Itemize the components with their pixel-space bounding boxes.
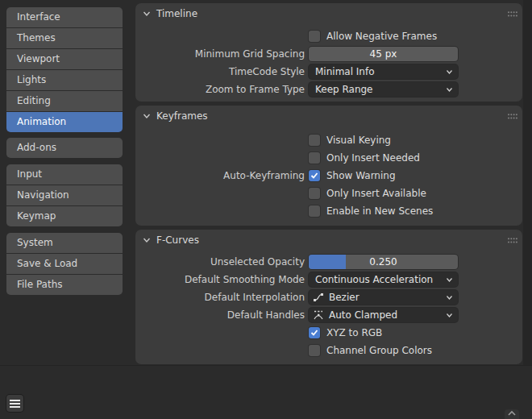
show-warning-checkbox[interactable] xyxy=(309,170,320,181)
timeline-panel-header[interactable]: Timeline xyxy=(135,3,522,24)
allow-negative-frames-row: Allow Negative Frames xyxy=(135,29,522,44)
sidebar-item-navigation[interactable]: Navigation xyxy=(6,185,123,205)
sidebar-group-addons: Add-ons xyxy=(6,138,123,158)
default-handles-row: Default Handles Auto Clamped xyxy=(135,308,522,322)
default-smoothing-mode-row: Default Smoothing Mode Continuous Accele… xyxy=(135,272,522,287)
sidebar-item-save-load[interactable]: Save & Load xyxy=(6,254,123,274)
sidebar-item-system[interactable]: System xyxy=(6,233,123,253)
allow-negative-frames-checkbox[interactable] xyxy=(309,31,320,42)
default-interpolation-row: Default Interpolation Bezier xyxy=(135,290,522,305)
visual-keying-row: Visual Keying xyxy=(135,133,522,147)
sidebar-item-themes[interactable]: Themes xyxy=(6,28,123,48)
chevron-down-icon xyxy=(142,235,152,245)
sidebar-group-main: Interface Themes Viewport Lights Editing… xyxy=(6,7,123,132)
sidebar-item-input[interactable]: Input xyxy=(6,164,123,185)
unselected-opacity-row: Unselected Opacity 0.250 xyxy=(135,255,522,269)
fcurves-panel-header[interactable]: F-Curves xyxy=(135,230,522,251)
enable-in-new-scenes-checkbox[interactable] xyxy=(309,205,320,217)
field-label: Unselected Opacity xyxy=(135,256,305,268)
sidebar-item-addons[interactable]: Add-ons xyxy=(6,138,123,158)
field-label: Default Handles xyxy=(135,309,305,321)
sidebar-item-lights[interactable]: Lights xyxy=(6,70,123,90)
chevron-down-icon xyxy=(446,276,453,284)
checkbox-label: Enable in New Scenes xyxy=(326,205,433,217)
default-handles-dropdown[interactable]: Auto Clamped xyxy=(309,308,458,322)
minimum-grid-spacing-field[interactable]: 45 px xyxy=(309,47,458,61)
preferences-menu-button[interactable] xyxy=(6,395,23,412)
field-label: Minimum Grid Spacing xyxy=(135,48,305,60)
keyframes-panel-header[interactable]: Keyframes xyxy=(135,106,522,127)
auto-keyframing-label: Auto-Keyframing xyxy=(135,170,305,181)
chevron-down-icon xyxy=(142,111,152,121)
drag-handle-icon[interactable] xyxy=(507,10,518,18)
sidebar-item-interface[interactable]: Interface xyxy=(6,7,123,27)
keyframes-panel: Keyframes Visual Keying Only Insert Need… xyxy=(135,106,522,226)
show-warning-row: Auto-Keyframing Show Warning xyxy=(135,168,522,183)
sidebar-group-input: Input Navigation Keymap xyxy=(6,164,123,226)
enable-in-new-scenes-row: Enable in New Scenes xyxy=(135,204,522,218)
chevron-up-icon xyxy=(507,409,517,417)
scroll-up-corner-button[interactable] xyxy=(505,409,519,419)
checkbox-label: Only Insert Available xyxy=(326,188,426,199)
field-label: TimeCode Style xyxy=(135,66,305,77)
chevron-down-icon xyxy=(446,312,453,319)
footer-divider xyxy=(0,365,532,366)
bezier-curve-icon xyxy=(313,292,324,303)
xyz-to-rgb-row: XYZ to RGB xyxy=(135,326,522,340)
xyz-to-rgb-checkbox[interactable] xyxy=(309,327,320,338)
fcurves-panel: F-Curves Unselected Opacity 0.250 Defaul… xyxy=(135,230,522,364)
channel-group-colors-row: Channel Group Colors xyxy=(135,343,522,358)
blender-preferences-window: { "sidebar": { "groups": [ { "items": [ … xyxy=(0,0,532,419)
checkbox-label: Allow Negative Frames xyxy=(326,31,437,42)
auto-clamped-handle-icon xyxy=(313,309,324,321)
scrollbar-gutter[interactable] xyxy=(523,0,532,365)
sidebar-item-file-paths[interactable]: File Paths xyxy=(6,275,123,295)
only-insert-available-row: Only Insert Available xyxy=(135,186,522,201)
checkbox-label: Visual Keying xyxy=(326,135,391,146)
checkbox-label: XYZ to RGB xyxy=(326,327,382,338)
timeline-panel: Timeline Allow Negative Frames Minimum G… xyxy=(135,3,522,102)
slider-value: 0.250 xyxy=(309,255,458,269)
chevron-down-icon xyxy=(446,294,453,301)
dropdown-value: Minimal Info xyxy=(315,66,375,77)
dropdown-value: Auto Clamped xyxy=(329,309,397,321)
sidebar-group-system: System Save & Load File Paths xyxy=(6,233,123,295)
default-interpolation-dropdown[interactable]: Bezier xyxy=(309,290,458,305)
checkbox-label: Show Warning xyxy=(326,170,396,181)
visual-keying-checkbox[interactable] xyxy=(309,135,320,146)
panel-title: Keyframes xyxy=(156,110,208,122)
dropdown-value: Continuous Acceleration xyxy=(315,274,433,285)
timecode-style-row: TimeCode Style Minimal Info xyxy=(135,64,522,79)
dropdown-value: Keep Range xyxy=(315,84,373,95)
channel-group-colors-checkbox[interactable] xyxy=(309,345,320,356)
panel-title: F-Curves xyxy=(156,234,199,246)
timecode-style-dropdown[interactable]: Minimal Info xyxy=(309,64,458,79)
unselected-opacity-slider[interactable]: 0.250 xyxy=(309,255,458,269)
field-label: Zoom to Frame Type xyxy=(135,84,305,95)
chevron-down-icon xyxy=(142,9,152,19)
sidebar-item-keymap[interactable]: Keymap xyxy=(6,206,123,226)
sidebar-item-animation[interactable]: Animation xyxy=(6,112,123,132)
only-insert-needed-row: Only Insert Needed xyxy=(135,151,522,165)
panel-title: Timeline xyxy=(156,8,197,19)
field-label: Default Smoothing Mode xyxy=(135,274,305,285)
drag-handle-icon[interactable] xyxy=(507,113,518,120)
drag-handle-icon[interactable] xyxy=(507,237,518,244)
checkbox-label: Only Insert Needed xyxy=(326,152,420,164)
chevron-down-icon xyxy=(446,86,453,93)
checkmark-icon xyxy=(310,172,318,180)
default-smoothing-mode-dropdown[interactable]: Continuous Acceleration xyxy=(309,272,458,287)
chevron-down-icon xyxy=(446,68,453,76)
field-label: Default Interpolation xyxy=(135,292,305,303)
hamburger-icon xyxy=(10,400,20,401)
dropdown-value: Bezier xyxy=(329,292,360,303)
minimum-grid-spacing-row: Minimum Grid Spacing 45 px xyxy=(135,47,522,61)
sidebar-item-viewport[interactable]: Viewport xyxy=(6,49,123,69)
checkmark-icon xyxy=(310,329,318,337)
only-insert-needed-checkbox[interactable] xyxy=(309,152,320,164)
zoom-to-frame-type-dropdown[interactable]: Keep Range xyxy=(309,82,458,97)
checkbox-label: Channel Group Colors xyxy=(326,345,432,356)
sidebar-item-editing[interactable]: Editing xyxy=(6,91,123,111)
only-insert-available-checkbox[interactable] xyxy=(309,188,320,199)
zoom-to-frame-type-row: Zoom to Frame Type Keep Range xyxy=(135,82,522,97)
